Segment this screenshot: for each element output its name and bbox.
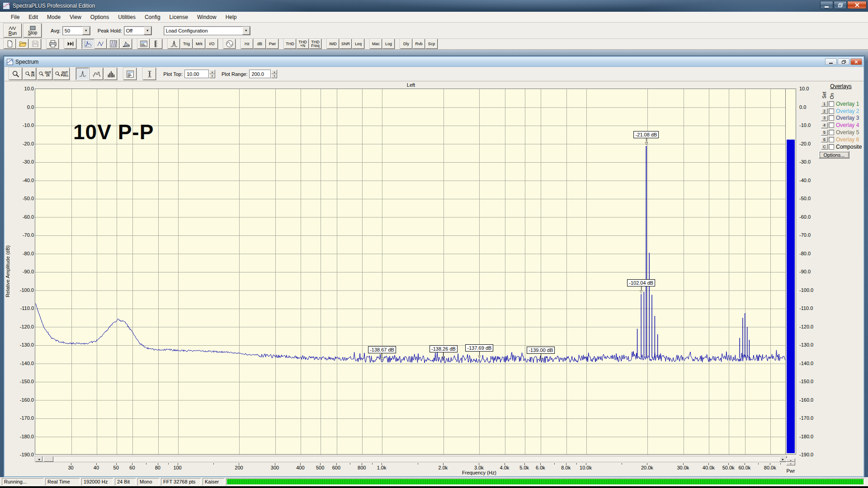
time-series-view-button[interactable]: [94, 39, 107, 49]
spectrum-minimize-button[interactable]: [825, 58, 837, 65]
overlay-on-checkbox-3[interactable]: [829, 115, 834, 121]
peak-hold-select[interactable]: Off ▼: [124, 26, 152, 35]
scaling-button[interactable]: [150, 39, 162, 49]
logging-button[interactable]: Log: [382, 39, 395, 49]
overlay-set-button-2[interactable]: 2: [821, 108, 828, 114]
run-button[interactable]: Run: [4, 23, 22, 38]
imd-button[interactable]: IMD: [327, 39, 339, 49]
power-units-button[interactable]: Pwr: [266, 39, 278, 49]
stop-button[interactable]: Stop: [24, 23, 42, 38]
overlay-set-button-6[interactable]: 6: [821, 136, 828, 142]
display-layout-button[interactable]: [137, 39, 150, 49]
measurement-marker[interactable]: -21.08 dB▽: [634, 131, 659, 145]
menu-config[interactable]: Config: [140, 14, 165, 20]
meter-spinner[interactable]: ▲▼: [786, 458, 795, 465]
new-document-icon: [6, 40, 14, 48]
menu-view[interactable]: View: [65, 14, 86, 20]
zoom-in-2x-button[interactable]: IN 2X: [23, 68, 36, 80]
scroll-left-arrow-icon[interactable]: ◄: [35, 456, 42, 462]
post-process-button[interactable]: [64, 39, 76, 49]
close-button[interactable]: [847, 1, 867, 9]
avg-select[interactable]: 50 ▼: [62, 26, 90, 35]
step-plot-mode-button[interactable]: [90, 68, 103, 80]
horizontal-scrollbar[interactable]: ◄ ►: [35, 456, 787, 462]
overlay-set-button-c[interactable]: C: [821, 144, 828, 150]
macro-button[interactable]: Mac: [370, 39, 382, 49]
peak-hold-view-button[interactable]: [168, 39, 180, 49]
zoom-button[interactable]: [9, 68, 22, 80]
markers-button[interactable]: Mrk: [193, 39, 205, 49]
overlay-set-button-4[interactable]: 4: [821, 122, 828, 128]
spectrum-view-button[interactable]: [82, 39, 94, 49]
overlay-on-checkbox-4[interactable]: [829, 122, 834, 128]
display-options-button[interactable]: [123, 68, 137, 80]
measurement-marker[interactable]: -139.00 dB▽: [527, 347, 555, 361]
spectrum-close-button[interactable]: [850, 58, 862, 65]
maximize-button[interactable]: [834, 1, 847, 9]
thd-freq-button[interactable]: THD Freq: [309, 39, 321, 49]
zoom-out-2x-button[interactable]: OUT 2X: [37, 68, 52, 80]
load-configuration-dropdown-arrow-icon[interactable]: ▼: [242, 27, 250, 35]
amplitude-units-button[interactable]: dB: [254, 39, 266, 49]
overlay-on-checkbox-1[interactable]: [829, 101, 834, 107]
plot-top-input[interactable]: 10.00: [184, 70, 209, 78]
scrollbar-track[interactable]: [53, 456, 779, 462]
print-button[interactable]: [47, 39, 59, 49]
menu-mode[interactable]: Mode: [42, 14, 65, 20]
meter-scale-label: -190.0: [799, 452, 819, 457]
overlay-on-checkbox-c[interactable]: [829, 144, 834, 150]
scrollbar-thumb[interactable]: [43, 456, 53, 462]
marker-tool-button[interactable]: [143, 68, 156, 80]
menu-utilities[interactable]: Utilities: [113, 14, 140, 20]
leq-button[interactable]: Leq: [352, 39, 364, 49]
load-configuration-select[interactable]: Load Configuration ▼: [164, 26, 250, 35]
io-device-button[interactable]: I/O: [206, 39, 218, 49]
triggering-button[interactable]: Trig: [180, 39, 193, 49]
minimize-button[interactable]: [820, 1, 833, 9]
spectrum-maximize-button[interactable]: [838, 58, 849, 65]
delay-button[interactable]: Dly: [400, 39, 412, 49]
overlay-on-checkbox-6[interactable]: [829, 137, 834, 142]
peak-hold-dropdown-arrow-icon[interactable]: ▼: [144, 27, 151, 35]
snr-button[interactable]: SNR: [340, 39, 352, 49]
avg-dropdown-arrow-icon[interactable]: ▼: [82, 27, 90, 35]
reverb-label: Rvb: [415, 42, 422, 46]
frequency-units-button[interactable]: Hz: [241, 39, 253, 49]
spectrogram-view-button[interactable]: [107, 39, 119, 49]
measurement-marker[interactable]: -138.67 dB▽: [368, 346, 396, 360]
overlay-on-checkbox-2[interactable]: [829, 108, 834, 114]
measurement-marker[interactable]: -102.04 dB▽: [627, 279, 655, 293]
reverb-button[interactable]: Rvb: [413, 39, 425, 49]
overlay-set-button-5[interactable]: 5: [821, 130, 828, 136]
plot-range-spinner[interactable]: ▲▼: [271, 70, 277, 78]
measurement-marker[interactable]: -137.69 dB▽: [466, 344, 494, 358]
overlay-set-button-3[interactable]: 3: [821, 115, 828, 121]
plot-range-input[interactable]: 200.0: [249, 70, 271, 78]
zoom-out-full-button[interactable]: OUT FULL: [53, 68, 70, 80]
open-file-button[interactable]: [16, 39, 28, 49]
measurement-marker[interactable]: -138.26 dB▽: [429, 345, 458, 359]
plot-top-spinner[interactable]: ▲▼: [209, 70, 215, 78]
thd-button[interactable]: THD: [284, 39, 296, 49]
menu-file[interactable]: File: [6, 14, 24, 20]
spectrum-title-bar[interactable]: Spectrum: [5, 57, 863, 67]
overlay-on-checkbox-5[interactable]: [829, 130, 834, 135]
surface-view-button[interactable]: [120, 39, 132, 49]
menu-edit[interactable]: Edit: [24, 14, 42, 20]
signal-generator-button[interactable]: [223, 39, 236, 49]
scope-button[interactable]: Scp: [425, 39, 438, 49]
save-file-button[interactable]: [29, 39, 41, 49]
overlay-set-button-1[interactable]: 1: [821, 101, 828, 107]
menu-options[interactable]: Options: [86, 14, 113, 20]
menu-license[interactable]: License: [165, 14, 193, 20]
line-plot-mode-button[interactable]: [76, 68, 89, 80]
thd-n-button[interactable]: THD +N: [297, 39, 309, 49]
bar-plot-mode-button[interactable]: [104, 68, 117, 80]
menu-help[interactable]: Help: [221, 14, 241, 20]
new-file-button[interactable]: [4, 39, 16, 49]
overlays-options-button[interactable]: Options...: [819, 151, 849, 159]
spectrum-plot[interactable]: 10V P-P -138.67 dB▽-138.26 dB▽-137.69 dB…: [35, 89, 786, 455]
scroll-right-arrow-icon[interactable]: ►: [779, 456, 787, 462]
menu-window[interactable]: Window: [193, 14, 221, 20]
thd-n-label: THD +N: [298, 40, 307, 47]
